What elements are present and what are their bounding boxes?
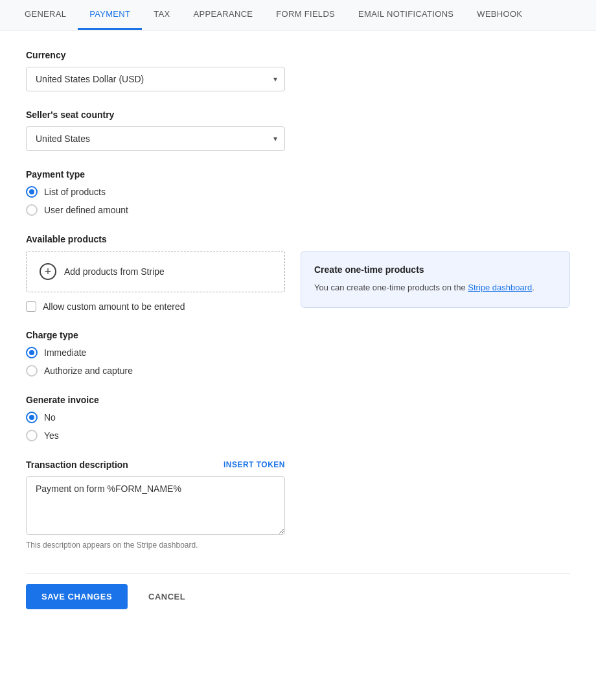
currency-select-wrapper: United States Dollar (USD) Euro (EUR) Br… <box>26 67 285 91</box>
tab-email-notifications[interactable]: EMAIL NOTIFICATIONS <box>347 0 465 30</box>
radio-immediate-indicator <box>26 347 38 358</box>
radio-invoice-yes-indicator <box>26 430 38 441</box>
allow-custom-amount-checkbox[interactable]: Allow custom amount to be entered <box>26 301 285 312</box>
currency-select[interactable]: United States Dollar (USD) Euro (EUR) Br… <box>26 67 285 91</box>
radio-authorize-capture[interactable]: Authorize and capture <box>26 365 570 377</box>
available-products-section: Available products + Add products from S… <box>26 234 570 312</box>
info-card-text-after: . <box>532 283 534 292</box>
radio-immediate[interactable]: Immediate <box>26 347 570 358</box>
info-card-title: Create one-time products <box>314 264 556 275</box>
charge-type-radio-group: Immediate Authorize and capture <box>26 347 570 377</box>
plus-circle-icon: + <box>40 263 56 280</box>
radio-user-defined-amount[interactable]: User defined amount <box>26 204 570 216</box>
add-products-label: Add products from Stripe <box>64 266 165 277</box>
stripe-dashboard-link[interactable]: Stripe dashboard <box>468 283 532 292</box>
info-card-text: You can create one-time products on the … <box>314 281 556 294</box>
nav-tabs: GENERAL PAYMENT TAX APPEARANCE FORM FIEL… <box>0 0 596 30</box>
generate-invoice-section: Generate invoice No Yes <box>26 395 570 441</box>
payment-type-section: Payment type List of products User defin… <box>26 169 570 216</box>
seller-country-select[interactable]: United States United Kingdom Germany Fra… <box>26 126 285 151</box>
radio-list-of-products-indicator <box>26 186 38 198</box>
radio-invoice-yes[interactable]: Yes <box>26 430 570 441</box>
transaction-description-header: Transaction description INSERT TOKEN <box>26 460 285 470</box>
seller-country-label: Seller's seat country <box>26 110 570 120</box>
currency-label: Currency <box>26 50 570 60</box>
tab-form-fields[interactable]: FORM FIELDS <box>264 0 347 30</box>
generate-invoice-label: Generate invoice <box>26 395 570 405</box>
transaction-description-hint: This description appears on the Stripe d… <box>26 541 570 550</box>
tab-general[interactable]: GENERAL <box>13 0 78 30</box>
create-one-time-products-card: Create one-time products You can create … <box>301 251 570 308</box>
insert-token-button[interactable]: INSERT TOKEN <box>224 460 285 469</box>
info-card-text-before: You can create one-time products on the <box>314 283 468 292</box>
available-products-columns: + Add products from Stripe Allow custom … <box>26 251 570 312</box>
radio-immediate-label: Immediate <box>44 347 86 358</box>
allow-custom-amount-indicator <box>26 301 36 312</box>
radio-list-of-products[interactable]: List of products <box>26 186 570 198</box>
transaction-description-input[interactable]: Payment on form %FORM_NAME% <box>26 476 285 535</box>
currency-section: Currency United States Dollar (USD) Euro… <box>26 50 570 91</box>
available-products-label: Available products <box>26 234 570 244</box>
radio-authorize-capture-indicator <box>26 365 38 377</box>
tab-payment[interactable]: PAYMENT <box>78 0 142 30</box>
footer-buttons: SAVE CHANGES CANCEL <box>26 573 570 609</box>
radio-authorize-capture-label: Authorize and capture <box>44 366 133 376</box>
generate-invoice-radio-group: No Yes <box>26 412 570 441</box>
radio-invoice-yes-label: Yes <box>44 430 59 441</box>
tab-appearance[interactable]: APPEARANCE <box>181 0 264 30</box>
cancel-button[interactable]: CANCEL <box>138 584 196 609</box>
charge-type-section: Charge type Immediate Authorize and capt… <box>26 330 570 377</box>
radio-invoice-no-indicator <box>26 412 38 423</box>
seller-country-section: Seller's seat country United States Unit… <box>26 110 570 151</box>
tab-tax[interactable]: TAX <box>142 0 181 30</box>
products-area: + Add products from Stripe Allow custom … <box>26 251 285 312</box>
radio-list-of-products-label: List of products <box>44 187 106 197</box>
transaction-description-label: Transaction description <box>26 460 128 470</box>
transaction-description-section: Transaction description INSERT TOKEN Pay… <box>26 460 570 550</box>
payment-type-label: Payment type <box>26 169 570 180</box>
allow-custom-amount-label: Allow custom amount to be entered <box>43 301 185 312</box>
payment-type-radio-group: List of products User defined amount <box>26 186 570 216</box>
add-products-button[interactable]: + Add products from Stripe <box>26 251 285 292</box>
save-changes-button[interactable]: SAVE CHANGES <box>26 584 128 609</box>
radio-invoice-no[interactable]: No <box>26 412 570 423</box>
radio-user-defined-amount-label: User defined amount <box>44 205 128 215</box>
charge-type-label: Charge type <box>26 330 570 340</box>
radio-invoice-no-label: No <box>44 412 56 423</box>
tab-webhook[interactable]: WEBHOOK <box>465 0 534 30</box>
main-content: Currency United States Dollar (USD) Euro… <box>0 30 596 629</box>
seller-country-select-wrapper: United States United Kingdom Germany Fra… <box>26 126 285 151</box>
radio-user-defined-amount-indicator <box>26 204 38 216</box>
